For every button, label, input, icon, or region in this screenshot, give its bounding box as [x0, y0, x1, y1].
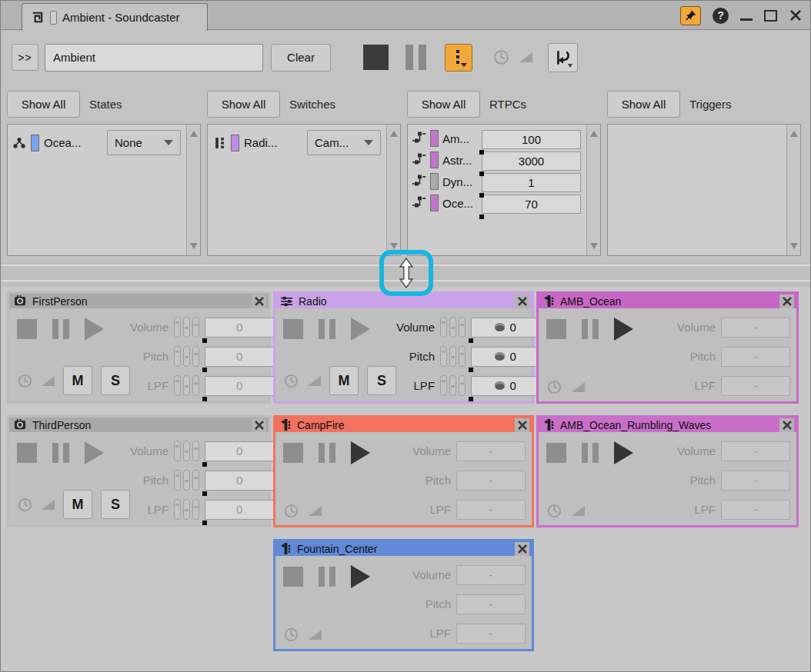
clear-button[interactable]: Clear [271, 44, 331, 72]
rtpc-value-field[interactable]: 70 [482, 195, 581, 214]
volume-value[interactable]: 0 [471, 318, 540, 338]
mute-button[interactable]: M [63, 366, 92, 395]
scroll-up-icon[interactable] [190, 131, 198, 137]
play-button[interactable] [85, 318, 104, 341]
slider-thumb[interactable] [202, 397, 207, 401]
stop-button[interactable] [283, 319, 303, 339]
expand-button[interactable]: >> [12, 44, 38, 71]
slider-thumb[interactable] [469, 397, 473, 401]
pause-all-button[interactable] [406, 45, 426, 70]
options-button[interactable] [445, 44, 472, 72]
stop-button[interactable] [546, 319, 566, 339]
rtpc-value-field[interactable]: 100 [482, 130, 581, 149]
channel-faders[interactable] [174, 317, 199, 338]
pitch-value[interactable]: 0 [205, 347, 274, 367]
pause-button[interactable] [319, 567, 335, 587]
states-show-all-button[interactable]: Show All [7, 91, 80, 118]
close-icon[interactable] [252, 418, 266, 432]
volume-value[interactable]: 0 [205, 318, 274, 338]
pause-button[interactable] [319, 319, 335, 339]
session-name-input[interactable] [45, 44, 263, 72]
slider-thumb[interactable] [479, 171, 484, 176]
stop-button[interactable] [283, 443, 303, 463]
rtpcs-show-all-button[interactable]: Show All [407, 91, 480, 118]
close-button[interactable] [789, 8, 803, 22]
play-button[interactable] [614, 441, 633, 464]
scroll-down-icon[interactable] [590, 243, 598, 249]
pause-button[interactable] [319, 443, 335, 463]
channel-faders[interactable] [174, 375, 199, 396]
pitch-value[interactable]: 0 [471, 347, 540, 367]
scrollbar[interactable] [786, 125, 800, 255]
module-header[interactable]: Fountain_Center [275, 541, 532, 556]
close-icon[interactable] [779, 418, 794, 432]
play-button[interactable] [351, 565, 370, 588]
stop-button[interactable] [17, 443, 37, 463]
module-header[interactable]: AMB_Ocean [539, 294, 796, 308]
scroll-up-icon[interactable] [590, 131, 598, 137]
channel-faders[interactable] [174, 441, 199, 461]
channel-faders[interactable] [440, 375, 466, 396]
stop-button[interactable] [546, 443, 566, 463]
titlebar[interactable]: Ambient - Soundcaster ? [1, 1, 810, 30]
slider-thumb[interactable] [469, 368, 473, 372]
pause-button[interactable] [582, 319, 599, 339]
close-icon[interactable] [515, 294, 529, 308]
channel-faders[interactable] [440, 346, 466, 367]
scrollbar[interactable] [386, 125, 400, 255]
pitch-value[interactable]: 0 [205, 471, 274, 491]
slider-thumb[interactable] [202, 491, 207, 496]
stop-button[interactable] [17, 319, 37, 339]
solo-button[interactable]: S [101, 366, 130, 395]
scroll-up-icon[interactable] [790, 131, 798, 137]
scroll-down-icon[interactable] [390, 243, 398, 249]
stop-all-button[interactable] [363, 45, 389, 70]
switch-select[interactable]: Cam... [307, 130, 381, 155]
scroll-up-icon[interactable] [390, 131, 398, 137]
play-button[interactable] [351, 318, 370, 341]
slider-thumb[interactable] [469, 338, 473, 343]
triggers-show-all-button[interactable]: Show All [607, 91, 680, 118]
module-header[interactable]: CampFire [275, 418, 532, 432]
pause-button[interactable] [52, 319, 69, 339]
slider-thumb[interactable] [479, 150, 484, 155]
close-icon[interactable] [515, 418, 529, 432]
channel-faders[interactable] [174, 470, 199, 491]
slider-thumb[interactable] [202, 368, 207, 372]
minimize-button[interactable] [740, 5, 753, 25]
slider-thumb[interactable] [202, 338, 207, 343]
help-icon[interactable]: ? [713, 8, 729, 24]
module-header[interactable]: ThirdPerson [9, 418, 269, 432]
close-icon[interactable] [515, 542, 529, 556]
scroll-down-icon[interactable] [190, 243, 198, 249]
pause-button[interactable] [52, 443, 69, 463]
module-header[interactable]: AMB_Ocean_Rumbling_Waves [539, 418, 796, 432]
play-button[interactable] [614, 318, 633, 341]
solo-button[interactable]: S [101, 490, 130, 519]
lpf-value[interactable]: 0 [471, 376, 540, 396]
channel-faders[interactable] [174, 499, 199, 520]
slider-thumb[interactable] [202, 521, 207, 525]
tab-soundcaster[interactable]: Ambient - Soundcaster [22, 3, 208, 31]
rtpc-value-field[interactable]: 3000 [482, 151, 581, 171]
maximize-button[interactable] [764, 10, 777, 22]
close-icon[interactable] [252, 294, 266, 308]
mute-button[interactable]: M [63, 490, 92, 519]
scroll-down-icon[interactable] [790, 243, 798, 249]
scrollbar[interactable] [186, 125, 200, 255]
channel-faders[interactable] [440, 317, 466, 338]
stop-button[interactable] [283, 567, 303, 587]
lpf-value[interactable]: 0 [205, 376, 274, 396]
slider-thumb[interactable] [479, 215, 484, 219]
channel-faders[interactable] [174, 346, 199, 367]
state-select[interactable]: None [107, 130, 181, 155]
scrollbar[interactable] [586, 125, 600, 255]
pin-button[interactable] [680, 6, 701, 25]
solo-button[interactable]: S [367, 366, 396, 395]
slider-thumb[interactable] [479, 193, 484, 198]
pause-button[interactable] [582, 443, 599, 463]
volume-value[interactable]: 0 [205, 441, 274, 461]
switches-show-all-button[interactable]: Show All [207, 91, 280, 118]
slider-thumb[interactable] [202, 462, 207, 467]
mute-button[interactable]: M [329, 366, 359, 395]
